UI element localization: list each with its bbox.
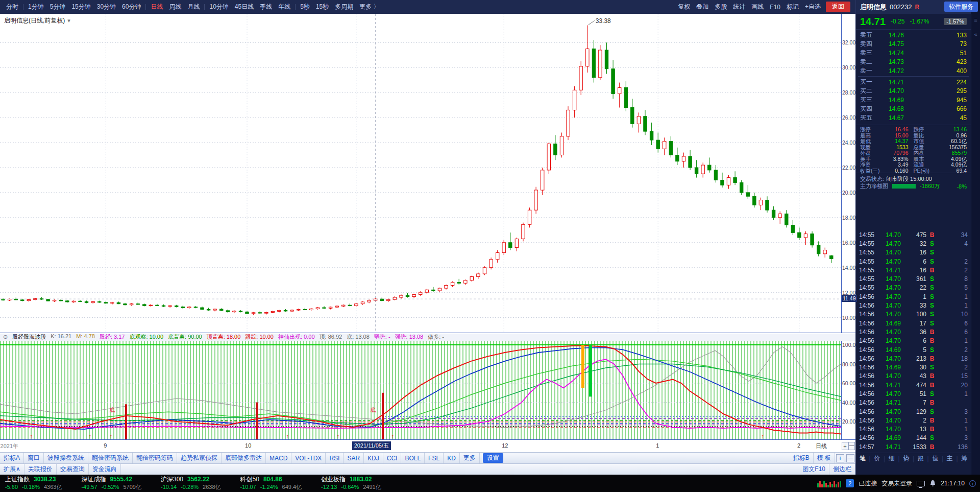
tick-side: B [926,267,938,274]
indicator-pane[interactable]: 底底↑↑↑↑↑↑↑ 100.0080.0060.0040.0020.00 [0,341,855,439]
toolbar-item[interactable]: 底部做多雷达 [222,453,266,463]
toolbar-item[interactable]: 趋势私家侦探 [177,453,222,463]
toolbar-item[interactable]: BOLL [401,453,425,463]
chart-tool-item[interactable]: +自选 [802,3,824,11]
collapse-icon[interactable]: « [974,31,977,37]
period-menu-item[interactable]: 月线 [184,3,203,11]
toolbar-item[interactable]: 侧边栏 [829,464,855,475]
settings-button[interactable]: 设置 [483,453,503,463]
panel-tab[interactable]: 笔 [860,454,866,463]
add-indicator-button[interactable]: + [836,454,844,462]
back-button[interactable]: 返回 [826,2,850,12]
chart-tool-item[interactable]: 多股 [712,3,730,11]
toolbar-item[interactable]: KD [444,453,460,463]
bid-row[interactable]: 买三14.69945 [856,96,971,105]
toolbar-item[interactable]: CCI [383,453,402,463]
chart-tool-item[interactable]: 统计 [730,3,748,11]
toolbar-item[interactable]: SAR [344,453,364,463]
index-quote[interactable]: 科创50804.86-10.07-1.24%649.4亿 [240,476,302,491]
help-icon[interactable]: i [969,480,976,487]
index-quote[interactable]: 上证指数3038.23-5.60-0.18%4363亿 [5,476,62,491]
ask-row[interactable]: 卖二14.73423 [856,58,971,67]
period-menu-item[interactable]: 5秒 [297,3,313,11]
chart-tool-item[interactable]: 标记 [783,3,802,11]
toolbar-item[interactable]: 关联报价 [24,464,57,475]
period-menu-item[interactable]: 周线 [166,3,184,11]
toolbar-item[interactable]: 模 板 [814,453,835,463]
login-status[interactable]: 交易未登录 [881,479,912,488]
toolbar-item[interactable]: KDJ [364,453,383,463]
candlestick-chart[interactable]: 33.38 [0,14,841,333]
period-menu-item[interactable]: 5分钟 [47,3,69,11]
menu-icon[interactable]: ≡ [974,17,977,23]
connection-count-badge[interactable]: 2 [846,479,854,487]
toolbar-item[interactable]: 扩展∧ [0,464,24,475]
toolbar-item[interactable]: 资金流向 [89,464,121,475]
chevron-down-icon[interactable]: ▾ [67,17,70,24]
ask-row[interactable]: 卖五14.76133 [856,31,971,40]
period-menu-item[interactable]: 日线 [148,3,166,11]
index-change-pct: -0.28% [181,483,199,491]
toolbar-item[interactable]: 翻倍密码筹码 [133,453,177,463]
chart-tool-item[interactable]: 画线 [748,3,767,11]
toolbar-item[interactable]: 图文F10 [799,464,829,475]
bid-row[interactable]: 买二14.70295 [856,87,971,96]
indicator-chart[interactable]: 底底↑↑↑↑↑↑↑ [0,341,841,439]
period-menu-item[interactable]: 30分钟 [94,3,119,11]
industry-button[interactable]: 软件服务 [944,2,978,12]
chart-tool-item[interactable]: F10 [767,4,783,11]
index-quote[interactable]: 沪深3003562.22-10.14-0.28%2638亿 [161,476,221,491]
period-menu-item[interactable]: 15分钟 [68,3,93,11]
period-menu-item[interactable]: 60分钟 [119,3,144,11]
level-price: 14.67 [876,114,904,122]
panel-tab[interactable]: 势 [903,454,909,463]
ask-row[interactable]: 卖三14.7451 [856,49,971,58]
candlestick-pane[interactable]: 33.38 启明信息(日线,前复权) ▾ 32.0030.0028.0026.0… [0,14,855,333]
panel-tab[interactable]: 细 [889,454,895,463]
panel-tab[interactable]: 值 [932,454,938,463]
bid-row[interactable]: 买四14.68666 [856,105,971,114]
chart-tool-item[interactable]: 复权 [675,3,693,11]
period-menu-item[interactable]: 年线 [275,3,293,11]
toolbar-item[interactable]: 更多 [460,453,480,463]
panel-tab[interactable]: 价 [874,454,880,463]
period-menu-item[interactable]: 15秒 [313,3,332,11]
toolbar-item[interactable]: 窗口 [24,453,44,463]
index-quote[interactable]: 创业板指1883.02-12.13-0.64%2491亿 [321,476,381,491]
panel-tab[interactable]: 跟 [918,454,924,463]
ask-levels: 卖五14.76133卖四14.7573卖三14.7451卖二14.73423卖一… [856,31,971,76]
bid-row[interactable]: 买五14.6745 [856,113,971,123]
bell-icon[interactable] [929,480,936,487]
remove-indicator-button[interactable]: 一 [846,454,854,462]
zoom-out-button[interactable]: 一 [848,442,855,450]
indicator-plot[interactable]: 底底↑↑↑↑↑↑↑ [0,341,841,439]
indicator-param: K: 16.21 [51,333,71,341]
period-menu-item[interactable]: 分时 [3,3,21,11]
toolbar-item[interactable]: RSI [326,453,344,463]
toolbar-item[interactable]: 指标A [0,453,24,463]
toolbar-item[interactable]: 波段操盘系统 [44,453,88,463]
period-menu-item[interactable]: 45日线 [232,3,257,11]
toolbar-item[interactable]: FSL [425,453,444,463]
index-quote[interactable]: 深证成指9555.42-49.57-0.52%5709亿 [81,476,141,491]
toolbar-item[interactable]: 交易查询 [57,464,89,475]
ask-row[interactable]: 卖四14.7573 [856,40,971,49]
tick-list[interactable]: 14:5514.70475B3414:5514.7032S414:5514.70… [856,230,971,451]
period-menu-item[interactable]: 10分钟 [206,3,231,11]
ask-row[interactable]: 卖一14.72400 [856,66,971,76]
toolbar-item[interactable]: 翻倍密码系统 [88,453,133,463]
period-menu-item[interactable]: 更多 〉 [356,3,382,11]
period-menu-item[interactable]: 季线 [257,3,275,11]
bid-row[interactable]: 买一14.71224 [856,78,971,87]
indicator-collapse-icon[interactable]: ⊙ [3,334,8,340]
panel-tab[interactable]: 主 [947,454,953,463]
toolbar-item[interactable]: 指标B [790,453,814,463]
period-menu-item[interactable]: 1分钟 [25,3,47,11]
period-menu-item[interactable]: 多周期 [332,3,356,11]
toolbar-item[interactable]: MACD [266,453,291,463]
panel-tab[interactable]: 筹 [961,454,967,463]
toolbar-item[interactable]: VOL-TDX [291,453,326,463]
chart-tool-item[interactable]: 叠加 [693,3,712,11]
monitor-icon[interactable] [917,481,925,486]
zoom-in-button[interactable]: + [842,442,848,450]
